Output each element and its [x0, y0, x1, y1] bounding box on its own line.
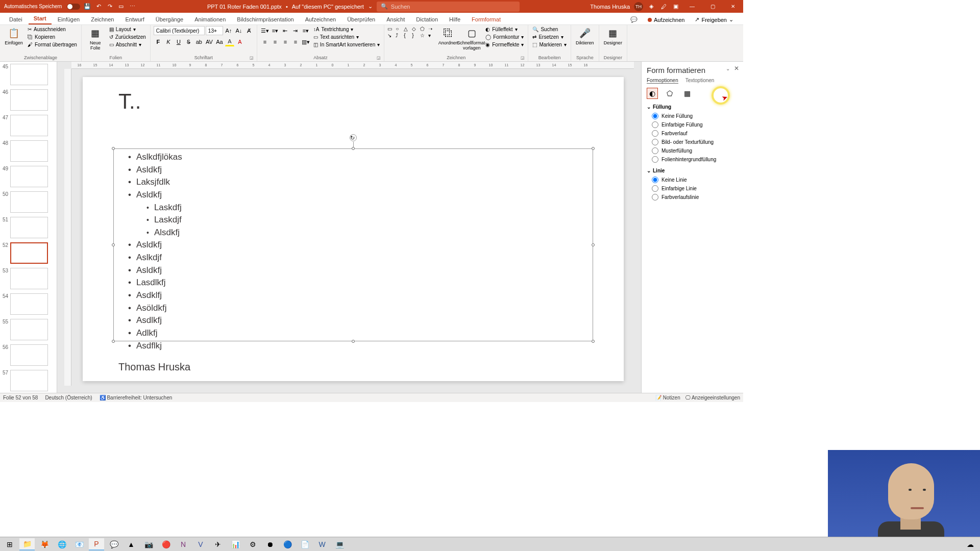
dialog-launcher-icon[interactable]: ◲ [377, 56, 381, 60]
bullet-item[interactable]: Laksjfdlk [128, 176, 585, 189]
close-button[interactable]: ✕ [725, 0, 741, 13]
radio-option[interactable]: Bild- oder Texturfüllung [647, 138, 738, 146]
bullet-item[interactable]: Asdlkfj [128, 314, 585, 327]
resize-handle[interactable] [112, 340, 115, 343]
diamond-icon[interactable]: ◈ [647, 3, 655, 11]
cut-button[interactable]: ✂Ausschneiden [27, 26, 78, 33]
select-button[interactable]: ⬚Markieren▾ [531, 41, 567, 48]
record-button[interactable]: Aufzeichnen [644, 15, 689, 24]
text-options-tab[interactable]: Textoptionen [685, 78, 715, 84]
bullet-item[interactable]: Asöldkfj [128, 302, 585, 315]
pen-icon[interactable]: 🖊 [659, 3, 668, 11]
resize-handle[interactable] [592, 147, 595, 150]
save-icon[interactable]: 💾 [83, 3, 91, 11]
slide-thumbnail[interactable]: 56 [0, 342, 57, 368]
comments-button[interactable]: 💬 [627, 15, 641, 24]
tab-aufzeichnen[interactable]: Aufzeichnen [300, 14, 341, 24]
search-box[interactable]: 🔍 [377, 2, 520, 12]
line-spacing-button[interactable]: ≡▾ [301, 26, 310, 35]
designer-button[interactable]: ▦Designer [602, 26, 624, 46]
justify-button[interactable]: ≡ [291, 37, 300, 46]
slide-thumbnail-panel[interactable]: 4546474849505152535455565758 [0, 62, 57, 393]
text-direction-button[interactable]: ↕ATextrichtung▾ [312, 26, 381, 33]
chevron-down-icon[interactable]: ⌄ [368, 3, 373, 10]
tab-entwurf[interactable]: Entwurf [120, 14, 149, 24]
bullet-item[interactable]: Asdflkj [128, 340, 585, 353]
shadow-button[interactable]: ab [194, 37, 204, 46]
slide-thumbnail[interactable]: 57 [0, 368, 57, 393]
collapse-icon[interactable]: ⌄ [726, 66, 730, 71]
shape-options-tab[interactable]: Formoptionen [647, 78, 678, 84]
grow-font-button[interactable]: A↑ [224, 26, 233, 35]
replace-button[interactable]: ⇄Ersetzen▾ [531, 34, 567, 40]
shape-outline-button[interactable]: ◯Formkontur▾ [484, 34, 525, 40]
slide-thumbnail[interactable]: 46 [0, 87, 57, 113]
case-button[interactable]: Aa [215, 37, 224, 46]
bullet-sub-item[interactable]: Alsdkfj [146, 227, 585, 239]
autosave-toggle[interactable] [67, 4, 80, 10]
bullet-item[interactable]: Adlkfj [128, 327, 585, 340]
resize-handle[interactable] [112, 147, 115, 150]
slide-counter[interactable]: Folie 52 von 58 [3, 395, 38, 400]
align-right-button[interactable]: ≡ [281, 37, 290, 46]
undo-icon[interactable]: ↶ [94, 3, 103, 11]
bullet-item[interactable]: Aslkdfjlökas [128, 151, 585, 164]
resize-handle[interactable] [592, 340, 595, 343]
slide-thumbnail[interactable]: 50 [0, 189, 57, 215]
shapes-gallery[interactable]: ▭○△◇⬠➝ ↘⤴{}☆▾ [387, 26, 435, 38]
size-props-icon[interactable]: ▦ [681, 88, 693, 99]
resize-handle[interactable] [352, 340, 355, 343]
user-avatar[interactable]: TH [634, 2, 643, 11]
search-input[interactable] [391, 4, 516, 10]
bullet-item[interactable]: Aslkdjf [128, 252, 585, 264]
fill-line-icon[interactable]: ◐ [647, 88, 658, 99]
slide-thumbnail[interactable]: 52 [0, 240, 57, 266]
shape-fill-button[interactable]: ◐Fülleffekt▾ [484, 26, 525, 33]
maximize-button[interactable]: ▢ [704, 0, 721, 13]
fill-section-header[interactable]: ⌄Füllung [647, 104, 738, 110]
language-indicator[interactable]: Deutsch (Österreich) [45, 395, 92, 400]
arrange-button[interactable]: ⿻Anordnen [437, 26, 459, 46]
quick-styles-button[interactable]: ▢Schnellformat- vorlagen [461, 26, 482, 52]
more-icon[interactable]: ⋯ [128, 3, 136, 11]
shape-effects-button[interactable]: ◉Formeffekte▾ [484, 41, 525, 48]
resize-handle[interactable] [352, 147, 355, 150]
highlight-button[interactable]: A [225, 37, 234, 46]
tab-start[interactable]: Start [29, 13, 52, 24]
radio-option[interactable]: Farbverlaufslinie [647, 193, 738, 202]
tab-animationen[interactable]: Animationen [189, 14, 231, 24]
font-name-combo[interactable] [154, 26, 205, 35]
present-icon[interactable]: ▭ [117, 3, 125, 11]
clear-format-button[interactable]: A̸ [244, 26, 254, 35]
format-painter-button[interactable]: 🖌Format übertragen [27, 41, 78, 48]
slide-thumbnail[interactable]: 45 [0, 62, 57, 87]
outdent-button[interactable]: ⇤ [281, 26, 290, 35]
copy-button[interactable]: ⿻Kopieren [27, 34, 78, 40]
bullet-item[interactable]: Lasdlkfj [128, 277, 585, 289]
slide-thumbnail[interactable]: 53 [0, 266, 57, 291]
bullet-item[interactable]: Asdklfj [128, 289, 585, 302]
bullet-item[interactable]: Asldkfj [128, 264, 585, 277]
radio-option[interactable]: Keine Füllung [647, 112, 738, 120]
resize-handle[interactable] [592, 243, 595, 246]
shrink-font-button[interactable]: A↓ [234, 26, 243, 35]
radio-option[interactable]: Folienhintergrundfüllung [647, 155, 738, 164]
find-button[interactable]: 🔍Suchen [531, 26, 567, 33]
layout-button[interactable]: ▤Layout▾ [108, 26, 147, 33]
tab-uebergaenge[interactable]: Übergänge [151, 14, 188, 24]
slide-thumbnail[interactable]: 49 [0, 164, 57, 189]
minimize-button[interactable]: — [684, 0, 700, 13]
smartart-button[interactable]: ◫In SmartArt konvertieren▾ [312, 41, 381, 48]
dialog-launcher-icon[interactable]: ◲ [250, 56, 254, 60]
bullets-button[interactable]: ☰▾ [260, 26, 270, 35]
font-color-button[interactable]: A [235, 37, 244, 46]
radio-option[interactable]: Musterfüllung [647, 146, 738, 155]
slide-editor[interactable]: 1615141312111098765432101234567891011121… [57, 62, 641, 393]
slide-thumbnail[interactable]: 54 [0, 291, 57, 317]
close-pane-button[interactable]: ✕ [734, 65, 739, 72]
align-text-button[interactable]: ▭Text ausrichten▾ [312, 34, 381, 40]
radio-option[interactable]: Keine Linie [647, 176, 738, 184]
display-settings-button[interactable]: 🖵 Anzeigeeinstellungen [685, 395, 740, 400]
strike-button[interactable]: S̶ [184, 37, 193, 46]
effects-pentagon-icon[interactable]: ⬠ [664, 88, 675, 99]
